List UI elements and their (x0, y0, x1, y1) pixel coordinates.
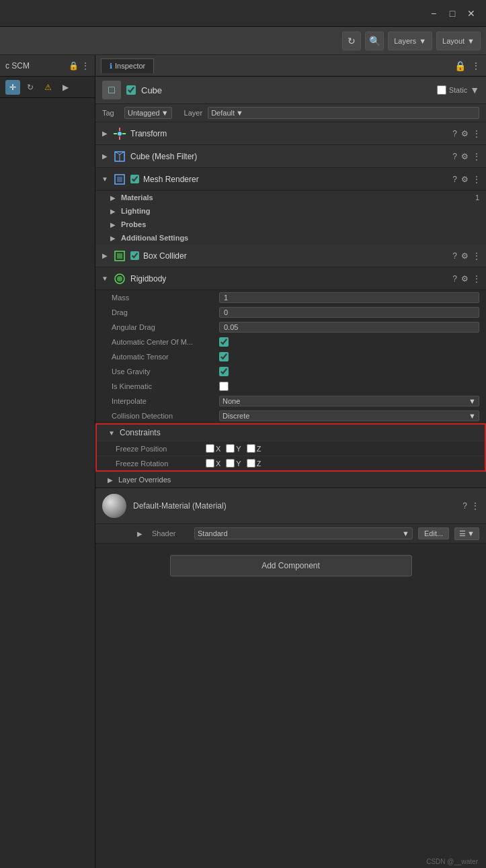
auto-center-checkbox[interactable] (219, 337, 229, 347)
rigidbody-properties: Mass 1 Drag 0 Angular Drag 0.05 Automati… (95, 290, 486, 487)
collision-detection-dropdown[interactable]: Discrete ▼ (219, 410, 479, 421)
mesh-renderer-enabled-checkbox[interactable] (130, 175, 139, 183)
box-collider-menu-icon[interactable]: ⋮ (473, 251, 481, 261)
edit-label: Edit... (424, 529, 443, 537)
static-dropdown-icon[interactable]: ▼ (470, 85, 479, 95)
sidebar-play-icon[interactable]: ▶ (58, 80, 73, 95)
list-button[interactable]: ☰ ▼ (454, 527, 479, 540)
is-kinematic-checkbox[interactable] (219, 382, 229, 391)
add-component-button[interactable]: Add Component (170, 555, 412, 576)
box-collider-settings-icon[interactable]: ⚙ (461, 251, 469, 261)
freeze-pos-y-checkbox[interactable] (226, 444, 235, 453)
probes-section-header[interactable]: Probes (95, 218, 486, 231)
additional-expand-triangle[interactable] (109, 234, 117, 242)
drag-row: Drag 0 (95, 305, 486, 320)
materials-section-header[interactable]: Materials 1 (95, 191, 486, 204)
freeze-pos-z-checkbox[interactable] (247, 444, 255, 453)
bottom-bar: CSDN @__water (418, 855, 486, 868)
sidebar-rotate-icon[interactable]: ↻ (23, 80, 38, 95)
mesh-renderer-menu-icon[interactable]: ⋮ (473, 175, 481, 184)
gameobject-enabled-checkbox[interactable] (126, 85, 136, 95)
additional-settings-header[interactable]: Additional Settings (95, 231, 486, 245)
rigidbody-component-row[interactable]: Rigidbody ? ⚙ ⋮ (95, 267, 486, 290)
sidebar-move-icon[interactable]: ✛ (5, 80, 20, 95)
freeze-rot-z-checkbox[interactable] (247, 459, 255, 468)
lighting-expand-triangle[interactable] (109, 207, 117, 215)
shader-row: ▶ Shader Standard ▼ Edit... ☰ ▼ (95, 524, 486, 544)
shader-expand-triangle[interactable]: ▶ (133, 527, 147, 540)
angular-drag-row: Angular Drag 0.05 (95, 320, 486, 335)
drag-label: Drag (112, 308, 219, 316)
additional-settings-label: Additional Settings (121, 234, 188, 242)
freeze-pos-x-checkbox[interactable] (206, 444, 214, 453)
box-collider-help-icon[interactable]: ? (452, 251, 457, 261)
layer-overrides-row[interactable]: Layer Overrides (95, 472, 486, 487)
layout-dropdown[interactable]: Layout ▼ (436, 32, 481, 50)
rigidbody-help-icon[interactable]: ? (452, 274, 457, 284)
gameobject-name: Cube (141, 85, 432, 95)
static-checkbox[interactable] (437, 85, 446, 95)
mesh-filter-actions: ? ⚙ ⋮ (452, 152, 481, 161)
mesh-renderer-help-icon[interactable]: ? (452, 175, 457, 184)
inspector-menu-icon[interactable]: ⋮ (471, 60, 481, 71)
tag-layer-row: Tag Untagged ▼ Layer Default ▼ (95, 104, 486, 122)
mesh-renderer-expand-triangle[interactable] (101, 175, 109, 183)
mesh-filter-menu-icon[interactable]: ⋮ (473, 152, 481, 161)
interpolate-dropdown[interactable]: None ▼ (219, 396, 479, 406)
use-gravity-checkbox[interactable] (219, 367, 229, 376)
freeze-rot-y-checkbox[interactable] (226, 459, 235, 468)
tag-dropdown[interactable]: Untagged ▼ (124, 107, 172, 119)
mesh-filter-expand-triangle[interactable] (101, 153, 109, 161)
transform-help-icon[interactable]: ? (452, 129, 457, 138)
history-button[interactable]: ↻ (342, 32, 361, 50)
lock-icon[interactable]: 🔒 (69, 61, 79, 71)
rigidbody-settings-icon[interactable]: ⚙ (461, 274, 469, 284)
rigidbody-icon (113, 272, 126, 286)
layer-overrides-expand-triangle[interactable] (106, 476, 114, 484)
interpolate-row: Interpolate None ▼ (95, 394, 486, 408)
inspector-tab[interactable]: ℹ Inspector (101, 58, 154, 73)
probes-expand-triangle[interactable] (109, 220, 117, 228)
box-collider-expand-triangle[interactable] (101, 252, 109, 260)
material-menu-icon[interactable]: ⋮ (471, 501, 479, 511)
rigidbody-expand-triangle[interactable] (101, 275, 109, 283)
material-actions: ? ⋮ (462, 501, 479, 511)
mesh-filter-help-icon[interactable]: ? (452, 152, 457, 161)
materials-expand-triangle[interactable] (109, 193, 117, 202)
search-button[interactable]: 🔍 (365, 32, 384, 50)
angular-drag-value[interactable]: 0.05 (219, 322, 479, 333)
mesh-filter-component-row[interactable]: Cube (Mesh Filter) ? ⚙ ⋮ (95, 145, 486, 168)
mesh-renderer-icon (113, 173, 126, 186)
material-help-icon[interactable]: ? (462, 501, 467, 511)
close-button[interactable]: ✕ (462, 4, 481, 23)
auto-tensor-checkbox[interactable] (219, 352, 229, 361)
freeze-rot-y-wrapper: Y (226, 459, 243, 468)
edit-button[interactable]: Edit... (418, 527, 449, 539)
menu-icon[interactable]: ⋮ (81, 61, 89, 71)
transform-expand-triangle[interactable] (101, 130, 109, 138)
lock-inspector-icon[interactable]: 🔒 (454, 60, 466, 71)
layer-dropdown[interactable]: Default ▼ (208, 107, 479, 119)
constraints-header[interactable]: Constraints (97, 425, 485, 441)
constraints-expand-triangle[interactable] (108, 429, 116, 437)
transform-settings-icon[interactable]: ⚙ (461, 129, 469, 138)
sidebar-warning-icon[interactable]: ⚠ (40, 80, 55, 95)
mass-value[interactable]: 1 (219, 292, 479, 303)
rigidbody-menu-icon[interactable]: ⋮ (473, 274, 481, 284)
transform-component-row[interactable]: Transform ? ⚙ ⋮ (95, 122, 486, 145)
mesh-filter-settings-icon[interactable]: ⚙ (461, 152, 469, 161)
transform-icon (113, 127, 126, 140)
mesh-renderer-settings-icon[interactable]: ⚙ (461, 175, 469, 184)
box-collider-component-row[interactable]: Box Collider ? ⚙ ⋮ (95, 245, 486, 267)
maximize-button[interactable]: □ (443, 4, 462, 23)
lighting-section-header[interactable]: Lighting (95, 204, 486, 218)
mesh-renderer-component-row[interactable]: Mesh Renderer ? ⚙ ⋮ (95, 168, 486, 191)
drag-value[interactable]: 0 (219, 307, 479, 318)
transform-menu-icon[interactable]: ⋮ (473, 129, 481, 138)
shader-dropdown[interactable]: Standard ▼ (194, 527, 413, 539)
freeze-rot-x-checkbox[interactable] (206, 459, 214, 468)
freeze-rotation-label: Freeze Rotation (116, 460, 203, 468)
layers-dropdown[interactable]: Layers ▼ (388, 32, 432, 50)
minimize-button[interactable]: − (424, 4, 443, 23)
box-collider-enabled-checkbox[interactable] (130, 251, 139, 260)
